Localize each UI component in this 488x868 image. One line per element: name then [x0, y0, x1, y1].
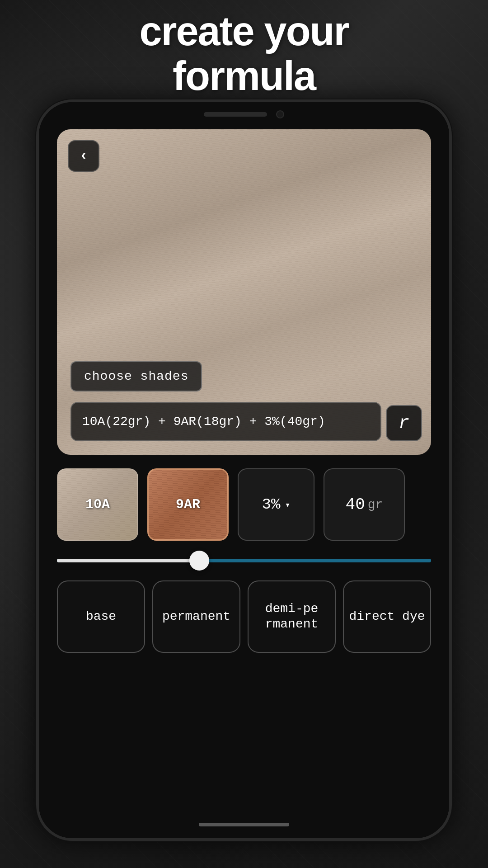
- phone-notch: [204, 110, 284, 118]
- percent-value: 3%: [262, 496, 281, 513]
- r-button-label: r: [399, 413, 409, 434]
- type-btn-base-label: base: [86, 609, 116, 624]
- type-btn-direct-dye-label: direct dye: [349, 609, 425, 624]
- phone-frame: ‹ choose shades 10A(22gr) + 9AR(18gr) + …: [36, 99, 452, 841]
- type-btn-demi-permanent[interactable]: demi-pe rmanent: [248, 580, 336, 653]
- type-btn-demi-permanent-label: demi-pe rmanent: [253, 601, 330, 632]
- gr-value: 40: [346, 495, 365, 514]
- slider-fill: [57, 559, 199, 562]
- hair-image-area: ‹ choose shades 10A(22gr) + 9AR(18gr) + …: [57, 129, 431, 455]
- r-button[interactable]: r: [386, 405, 422, 441]
- home-indicator: [57, 816, 431, 838]
- type-btn-permanent[interactable]: permanent: [152, 580, 240, 653]
- type-btn-permanent-label: permanent: [162, 609, 230, 624]
- slider-container[interactable]: [57, 554, 431, 567]
- bottom-panel: 10A 9AR 3% ▾ 40 gr: [39, 455, 449, 838]
- type-btn-base[interactable]: base: [57, 580, 145, 653]
- slider-thumb[interactable]: [189, 551, 209, 571]
- swatches-row: 10A 9AR 3% ▾ 40 gr: [57, 468, 431, 541]
- dropdown-arrow-icon: ▾: [285, 499, 290, 510]
- swatch-10a-label: 10A: [85, 497, 110, 512]
- page-title-line1: create your: [139, 9, 348, 54]
- swatch-9ar-label: 9AR: [176, 497, 200, 512]
- home-bar: [199, 823, 289, 826]
- page-title: create your formula: [36, 9, 452, 99]
- slider-track: [57, 559, 431, 562]
- back-button[interactable]: ‹: [68, 140, 99, 172]
- type-buttons-row: base permanent demi-pe rmanent direct dy…: [57, 580, 431, 653]
- swatch-10a[interactable]: 10A: [57, 468, 138, 541]
- phone-screen: ‹ choose shades 10A(22gr) + 9AR(18gr) + …: [39, 102, 449, 838]
- percent-select[interactable]: 3% ▾: [238, 468, 314, 541]
- notch-camera: [276, 110, 284, 118]
- choose-shades-button[interactable]: choose shades: [70, 361, 202, 392]
- back-chevron-icon: ‹: [79, 149, 88, 163]
- gr-unit: gr: [368, 498, 383, 512]
- gr-input[interactable]: 40 gr: [324, 468, 405, 541]
- formula-text: 10A(22gr) + 9AR(18gr) + 3%(40gr): [82, 415, 325, 429]
- choose-shades-label: choose shades: [84, 369, 188, 383]
- swatch-9ar[interactable]: 9AR: [147, 468, 229, 541]
- formula-box: 10A(22gr) + 9AR(18gr) + 3%(40gr): [70, 402, 381, 441]
- type-btn-direct-dye[interactable]: direct dye: [343, 580, 431, 653]
- notch-bar: [204, 112, 267, 117]
- page-title-line2: formula: [173, 53, 315, 99]
- page-title-area: create your formula: [0, 9, 488, 99]
